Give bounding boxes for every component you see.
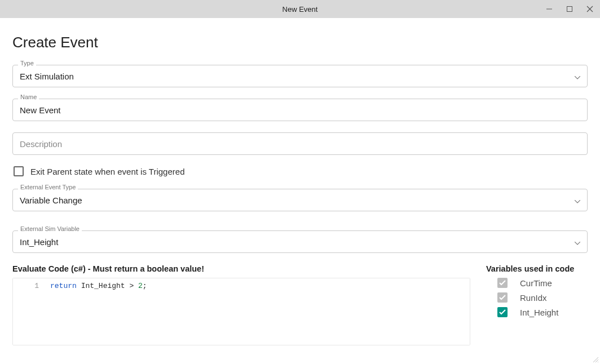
ext-sim-var-label: External Sim Variable bbox=[18, 226, 82, 232]
code-body[interactable]: return Int_Height > 2; bbox=[46, 278, 470, 345]
type-select[interactable]: Ext Simulation bbox=[12, 65, 588, 87]
evaluate-code-column: Evaluate Code (c#) - Must return a boole… bbox=[12, 264, 470, 345]
close-icon bbox=[586, 6, 593, 12]
variables-title: Variables used in code bbox=[486, 264, 588, 273]
ext-sim-var-value: Int_Height bbox=[20, 237, 58, 247]
page-title: Create Event bbox=[12, 34, 588, 51]
check-icon bbox=[499, 309, 506, 315]
exit-parent-checkbox-row[interactable]: Exit Parent state when event is Triggere… bbox=[14, 166, 588, 176]
ext-event-type-select[interactable]: Variable Change bbox=[12, 189, 588, 211]
name-input[interactable] bbox=[20, 105, 580, 115]
variable-checkbox bbox=[497, 292, 508, 303]
chevron-down-icon bbox=[575, 237, 580, 247]
ext-sim-var-field: External Sim Variable Int_Height bbox=[12, 230, 588, 253]
code-token: > bbox=[125, 282, 138, 290]
ext-event-type-value: Variable Change bbox=[20, 196, 82, 205]
exit-parent-label: Exit Parent state when event is Triggere… bbox=[30, 167, 184, 176]
window-titlebar: New Event bbox=[0, 0, 600, 18]
variable-row[interactable]: Int_Height bbox=[497, 307, 588, 317]
window-controls bbox=[539, 0, 600, 18]
name-input-wrapper bbox=[12, 99, 588, 121]
name-label: Name bbox=[18, 94, 39, 100]
maximize-icon bbox=[566, 6, 573, 12]
chevron-down-icon bbox=[575, 72, 580, 81]
code-token: Int_Height bbox=[81, 282, 125, 290]
check-icon bbox=[499, 280, 506, 286]
variable-checkbox bbox=[497, 278, 508, 288]
code-token: ; bbox=[143, 282, 147, 290]
code-keyword: return bbox=[50, 282, 77, 290]
code-token bbox=[77, 282, 81, 290]
variable-row: RunIdx bbox=[497, 292, 588, 303]
window-maximize-button[interactable] bbox=[559, 0, 580, 18]
window-close-button[interactable] bbox=[580, 0, 600, 18]
evaluate-section: Evaluate Code (c#) - Must return a boole… bbox=[12, 264, 588, 345]
type-value: Ext Simulation bbox=[20, 72, 74, 81]
type-label: Type bbox=[18, 60, 36, 66]
description-input[interactable] bbox=[20, 139, 580, 149]
code-number: 2 bbox=[138, 282, 143, 290]
ext-event-type-field: External Event Type Variable Change bbox=[12, 189, 588, 211]
ext-event-type-label: External Event Type bbox=[18, 184, 78, 190]
description-input-wrapper bbox=[12, 132, 588, 155]
content-scroll-area[interactable]: Create Event Type Ext Simulation Name Ex… bbox=[0, 18, 600, 364]
code-gutter: 1 bbox=[13, 278, 46, 345]
code-editor[interactable]: 1 return Int_Height > 2; bbox=[12, 278, 470, 345]
variable-row: CurTime bbox=[497, 278, 588, 288]
exit-parent-checkbox[interactable] bbox=[14, 166, 24, 176]
chevron-down-icon bbox=[575, 196, 580, 205]
ext-sim-var-select[interactable]: Int_Height bbox=[12, 230, 588, 253]
minimize-icon bbox=[546, 6, 553, 12]
evaluate-code-title: Evaluate Code (c#) - Must return a boole… bbox=[12, 264, 470, 273]
name-field: Name bbox=[12, 99, 588, 121]
variables-column: Variables used in code CurTimeRunIdxInt_… bbox=[486, 264, 588, 322]
line-number: 1 bbox=[17, 282, 39, 290]
variable-label: CurTime bbox=[520, 278, 552, 288]
description-field bbox=[12, 132, 588, 155]
variable-label: Int_Height bbox=[520, 308, 558, 317]
window-title: New Event bbox=[283, 5, 318, 14]
variable-label: RunIdx bbox=[520, 293, 547, 303]
svg-rect-1 bbox=[567, 7, 572, 12]
check-icon bbox=[499, 295, 506, 300]
variable-checkbox[interactable] bbox=[497, 307, 508, 317]
window-minimize-button[interactable] bbox=[539, 0, 559, 18]
type-field: Type Ext Simulation bbox=[12, 65, 588, 87]
